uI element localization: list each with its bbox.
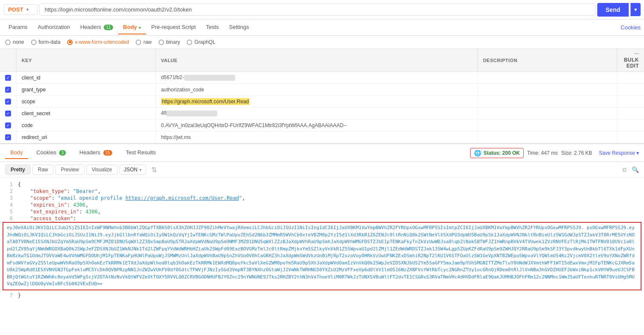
row-actions — [617, 84, 644, 96]
format-selector[interactable]: JSON ▾ — [119, 165, 146, 175]
tab-body[interactable]: Body ● — [118, 20, 146, 34]
tab-tests[interactable]: Tests — [201, 20, 224, 34]
row-actions — [617, 131, 644, 143]
line-number: 1 — [5, 182, 18, 187]
row-key[interactable]: code — [17, 119, 156, 131]
cookies-badge: 3 — [59, 150, 66, 156]
resp-tab-cookies[interactable]: Cookies 3 — [31, 147, 71, 159]
method-label: POST — [8, 6, 23, 13]
response-time: Time: 447 ms — [527, 150, 558, 156]
view-raw-button[interactable]: Raw — [32, 165, 54, 175]
radio-raw[interactable]: raw — [136, 39, 151, 45]
table-row: grant_type authorization_code — [0, 84, 644, 96]
top-bar: POST ▾ Send ▾ — [0, 0, 644, 20]
three-dots-icon[interactable]: ⋯ — [634, 51, 639, 57]
json-brace-open: { — [18, 182, 21, 187]
view-pretty-button[interactable]: Pretty — [5, 165, 31, 175]
resp-headers-badge: 15 — [103, 150, 112, 156]
view-visualize-button[interactable]: Visualize — [86, 165, 118, 175]
radio-binary[interactable]: binary — [159, 39, 180, 45]
row-checkbox[interactable] — [5, 134, 11, 140]
table-row: code 0.AVYA_in0zaI3eUqOQHrbrD-FUrIfZ9WFA… — [0, 119, 644, 131]
json-line-5: 5 "ext_expires_in": 4306, — [0, 208, 644, 215]
json-line-1: 1 { — [0, 181, 644, 188]
format-label: JSON — [124, 167, 138, 173]
json-line-7: 7 } — [0, 292, 644, 299]
col-key-header: KEY — [17, 49, 156, 72]
tab-params[interactable]: Params — [3, 20, 33, 34]
row-description[interactable] — [478, 84, 617, 96]
tab-headers[interactable]: Headers 11 — [75, 20, 118, 34]
format-chevron-icon: ▾ — [139, 168, 142, 172]
json-key: "ext_expires_in" — [30, 209, 79, 215]
radio-none[interactable]: none — [5, 39, 24, 45]
tab-authorization[interactable]: Authorization — [33, 20, 75, 34]
col-value-header: VALUE — [156, 49, 478, 72]
col-checkbox — [0, 49, 17, 72]
body-type-row: none form-data x-www-form-urlencoded raw… — [0, 36, 644, 49]
bulk-edit-label[interactable]: Bulk Edit — [624, 57, 639, 69]
table-row: client_id d5671fb2- — [0, 72, 644, 84]
json-value: 4306 — [85, 209, 98, 215]
row-description[interactable] — [478, 96, 617, 108]
radio-none-circle — [5, 40, 11, 45]
kv-table: KEY VALUE DESCRIPTION ⋯ Bulk Edit client… — [0, 49, 644, 143]
search-icon[interactable]: 🔍 — [632, 166, 639, 173]
radio-urlencoded[interactable]: x-www-form-urlencoded — [67, 39, 129, 45]
row-key[interactable]: grant_type — [17, 84, 156, 96]
send-button[interactable]: Send — [597, 3, 629, 17]
row-value[interactable]: d5671fb2- — [156, 72, 478, 84]
row-actions — [617, 119, 644, 131]
row-description[interactable] — [478, 108, 617, 119]
filter-icon[interactable]: ⇅ — [151, 166, 157, 174]
method-chevron-icon: ▾ — [26, 7, 28, 12]
row-value[interactable]: https://jwt.ms — [156, 131, 478, 143]
row-checkbox[interactable] — [5, 111, 11, 116]
row-description[interactable] — [478, 72, 617, 84]
radio-form-data[interactable]: form-data — [31, 39, 60, 45]
access-token-value: eyJ0eXAiOiJKV1QiLCJub25jZSI6InIxWF9NMmhn… — [7, 225, 635, 287]
method-selector[interactable]: POST ▾ — [3, 4, 37, 15]
row-checkbox[interactable] — [5, 99, 11, 105]
resp-tab-body[interactable]: Body — [5, 147, 28, 159]
row-value[interactable]: 0.AVYA_in0zaI3eUqOQHrbrD-FUrIfZ9WFAC1Mtr… — [156, 119, 478, 131]
copy-icon[interactable]: ⧉ — [622, 166, 627, 173]
tab-pre-request[interactable]: Pre-request Script — [146, 20, 201, 34]
view-preview-button[interactable]: Preview — [55, 165, 85, 175]
row-checkbox[interactable] — [5, 87, 11, 93]
resp-tab-headers[interactable]: Headers 15 — [74, 147, 117, 159]
row-description[interactable] — [478, 119, 617, 131]
radio-none-label: none — [13, 39, 24, 45]
row-value[interactable]: 4fl — [156, 108, 478, 119]
row-actions — [617, 96, 644, 108]
row-key[interactable]: scope — [17, 96, 156, 108]
response-header: Body Cookies 3 Headers 15 Test Results 🌐… — [0, 144, 644, 162]
send-dropdown-button[interactable]: ▾ — [630, 3, 641, 16]
row-value[interactable]: https://graph.microsoft.com/User.Read — [156, 96, 478, 108]
row-key[interactable]: redirect_uri — [17, 131, 156, 143]
cookies-link[interactable]: Cookies — [621, 24, 641, 31]
row-checkbox[interactable] — [5, 122, 11, 128]
row-actions — [617, 72, 644, 84]
radio-form-data-label: form-data — [39, 39, 60, 45]
json-value: "Bearer" — [73, 188, 98, 194]
row-actions — [617, 108, 644, 119]
json-output: 1 { 2 "token_type": "Bearer", 3 "scope":… — [0, 178, 644, 302]
radio-graphql[interactable]: GraphQL — [187, 39, 215, 45]
url-input[interactable] — [39, 3, 596, 16]
json-line-6: 6 "access_token": — [0, 215, 644, 222]
row-checkbox[interactable] — [5, 75, 11, 81]
scope-link[interactable]: https://graph.microsoft.com/User.Read — [125, 195, 239, 201]
row-value[interactable]: authorization_code — [156, 84, 478, 96]
table-row: scope https://graph.microsoft.com/User.R… — [0, 96, 644, 108]
headers-badge: 11 — [104, 25, 113, 30]
radio-graphql-label: GraphQL — [194, 39, 215, 45]
save-response-button[interactable]: Save Response ▾ — [599, 150, 639, 156]
highlighted-value: https://graph.microsoft.com/User.Read — [161, 98, 250, 105]
row-key[interactable]: client_secret — [17, 108, 156, 119]
row-key[interactable]: client_id — [17, 72, 156, 84]
tab-settings[interactable]: Settings — [224, 20, 254, 34]
row-description[interactable] — [478, 131, 617, 143]
resp-tab-test-results[interactable]: Test Results — [121, 147, 161, 159]
json-line-3: 3 "scope": "email openid profile https:/… — [0, 195, 644, 202]
